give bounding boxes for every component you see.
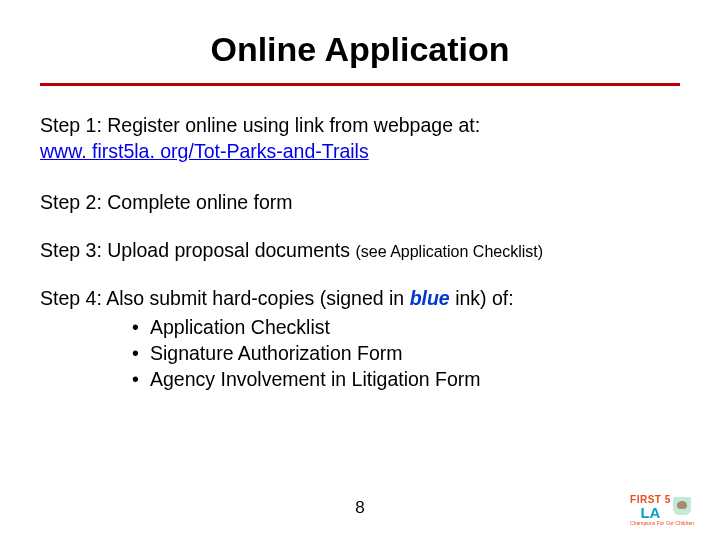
content: Step 1: Register online using link from … xyxy=(40,112,680,393)
list-item: Signature Authorization Form xyxy=(40,340,680,366)
step-3-text: Step 3: Upload proposal documents xyxy=(40,239,355,261)
step-4-prefix: Step 4: Also submit hard-copies (signed … xyxy=(40,287,410,309)
page-number: 8 xyxy=(0,498,720,518)
step-4-list: Application Checklist Signature Authoriz… xyxy=(40,314,680,393)
step-4-suffix: ink) of: xyxy=(450,287,514,309)
step-3: Step 3: Upload proposal documents (see A… xyxy=(40,237,680,263)
logo-la: LA xyxy=(630,505,671,520)
step-2: Step 2: Complete online form xyxy=(40,189,680,215)
logo: FIRST 5 LA Champions For Our Children xyxy=(630,495,694,526)
page-title: Online Application xyxy=(40,30,680,69)
slide: Online Application Step 1: Register onli… xyxy=(0,0,720,540)
list-item: Agency Involvement in Litigation Form xyxy=(40,366,680,392)
divider xyxy=(40,83,680,86)
list-item: Application Checklist xyxy=(40,314,680,340)
step-1-text: Step 1: Register online using link from … xyxy=(40,112,680,138)
step-4-line: Step 4: Also submit hard-copies (signed … xyxy=(40,285,680,311)
logo-tagline: Champions For Our Children xyxy=(630,520,694,526)
step-1: Step 1: Register online using link from … xyxy=(40,112,680,165)
logo-child-icon xyxy=(673,497,691,515)
step-4: Step 4: Also submit hard-copies (signed … xyxy=(40,285,680,392)
register-link[interactable]: www. first5la. org/Tot-Parks-and-Trails xyxy=(40,140,369,162)
step-4-blue: blue xyxy=(410,287,450,309)
step-3-note: (see Application Checklist) xyxy=(355,243,543,260)
